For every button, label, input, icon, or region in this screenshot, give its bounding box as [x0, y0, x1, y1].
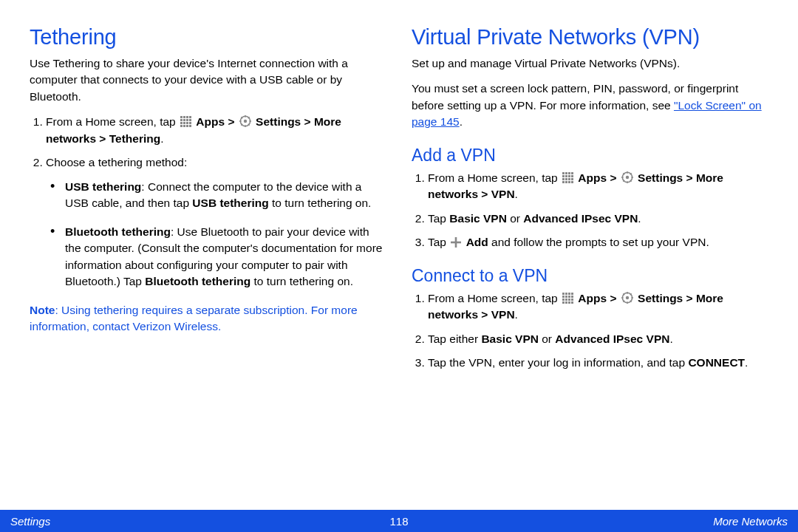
footer-left: Settings: [0, 515, 369, 528]
add-vpn-step-3: Tap Add and follow the prompts to set up…: [428, 234, 768, 250]
step-text: From a Home screen, tap: [428, 171, 561, 184]
usb-action: USB tethering: [192, 197, 268, 209]
svg-rect-38: [562, 181, 565, 183]
svg-rect-36: [568, 178, 570, 180]
svg-rect-62: [562, 299, 565, 301]
svg-rect-33: [571, 175, 573, 177]
tethering-note: Note: Using tethering requires a separat…: [30, 302, 386, 335]
connect-label: CONNECT: [688, 356, 745, 369]
connect-vpn-steps: From a Home screen, tap Apps > Settings …: [412, 290, 768, 372]
apps-icon: [562, 172, 573, 183]
t: Tap the VPN, enter your log in informati…: [428, 356, 688, 369]
svg-rect-13: [183, 125, 185, 127]
svg-rect-31: [565, 175, 567, 177]
svg-rect-0: [180, 116, 183, 118]
apps-icon: [180, 116, 191, 127]
add-vpn-step-1: From a Home screen, tap Apps > Settings …: [428, 170, 768, 203]
connect-vpn-step-2: Tap either Basic VPN or Advanced IPsec V…: [428, 331, 768, 347]
period: .: [515, 308, 518, 321]
svg-rect-66: [562, 301, 565, 304]
svg-rect-26: [562, 172, 565, 174]
svg-rect-28: [568, 172, 570, 174]
svg-rect-40: [568, 181, 570, 183]
plus-icon: [451, 237, 461, 248]
tethering-heading: Tethering: [30, 25, 386, 50]
t: Tap: [428, 212, 449, 225]
svg-rect-35: [565, 178, 567, 180]
settings-label: Settings: [256, 115, 301, 128]
svg-rect-9: [183, 122, 185, 124]
svg-rect-15: [189, 125, 191, 127]
t: Tap either: [428, 332, 481, 345]
apps-label: Apps: [578, 171, 607, 184]
settings-label: Settings: [638, 292, 683, 304]
svg-point-43: [626, 176, 629, 179]
svg-rect-11: [189, 122, 191, 124]
sep: >: [686, 292, 696, 304]
svg-rect-29: [571, 172, 573, 174]
svg-rect-60: [568, 296, 570, 298]
svg-rect-7: [189, 119, 191, 121]
t: or: [539, 332, 555, 345]
add-vpn-heading: Add a VPN: [412, 146, 768, 166]
usb-tethering-item: USB tethering: Connect the computer to t…: [65, 179, 386, 212]
svg-rect-63: [565, 299, 567, 301]
sep: >: [610, 171, 619, 184]
bt-action: Bluetooth tethering: [145, 275, 250, 287]
svg-rect-32: [568, 175, 570, 177]
svg-rect-3: [189, 116, 191, 118]
tethering-methods: USB tethering: Connect the computer to t…: [46, 179, 386, 290]
tethering-intro: Use Tethering to share your device's Int…: [30, 55, 386, 105]
svg-rect-59: [565, 296, 567, 298]
page-footer: Settings 118 More Networks: [0, 510, 798, 532]
right-column: Virtual Private Networks (VPN) Set up an…: [412, 25, 768, 379]
tethering-step-1: From a Home screen, tap Apps >: [46, 114, 386, 147]
settings-label: Settings: [638, 171, 683, 184]
svg-rect-68: [568, 301, 570, 304]
step-text: Choose a tethering method:: [46, 156, 187, 168]
svg-rect-39: [565, 181, 567, 183]
svg-rect-65: [571, 299, 573, 301]
svg-rect-8: [180, 122, 183, 124]
svg-rect-5: [183, 119, 185, 121]
svg-rect-61: [571, 296, 573, 298]
gear-icon: [621, 171, 633, 183]
footer-page-number: 118: [369, 515, 429, 528]
note-body: : Using tethering requires a separate su…: [30, 304, 358, 332]
intro2-b: .: [460, 115, 463, 128]
svg-rect-10: [186, 122, 188, 124]
connect-vpn-heading: Connect to a VPN: [412, 266, 768, 286]
gear-icon: [239, 115, 251, 127]
svg-rect-58: [562, 296, 565, 298]
gear-icon: [621, 292, 633, 304]
usb-end: to turn tethering on.: [269, 197, 372, 209]
vpn-heading: Virtual Private Networks (VPN): [412, 25, 768, 50]
step-text: From a Home screen, tap: [46, 115, 179, 128]
sep: >: [304, 115, 314, 128]
bt-end: to turn tethering on.: [250, 275, 353, 287]
svg-rect-69: [571, 301, 573, 304]
vpn-intro-2: You must set a screen lock pattern, PIN,…: [412, 81, 768, 130]
t: .: [638, 212, 641, 225]
add-vpn-step-2: Tap Basic VPN or Advanced IPsec VPN.: [428, 211, 768, 227]
basic-vpn: Basic VPN: [481, 332, 539, 345]
note-label: Note: [30, 304, 55, 316]
svg-rect-27: [565, 172, 567, 174]
tethering-step-2: Choose a tethering method: USB tethering…: [46, 154, 386, 290]
advanced-ipsec-vpn: Advanced IPsec VPN: [555, 332, 669, 345]
t: Tap: [428, 236, 449, 248]
svg-rect-14: [186, 125, 188, 127]
apps-label: Apps: [196, 115, 225, 128]
svg-rect-1: [183, 116, 185, 118]
period: .: [515, 188, 518, 200]
vpn-intro-1: Set up and manage Virtual Private Networ…: [412, 55, 768, 72]
t: .: [669, 332, 672, 345]
svg-rect-56: [568, 293, 570, 295]
svg-rect-67: [565, 301, 567, 304]
svg-rect-30: [562, 175, 565, 177]
tethering-steps: From a Home screen, tap Apps >: [30, 114, 386, 290]
t: .: [745, 356, 748, 369]
svg-rect-57: [571, 293, 573, 295]
svg-point-17: [244, 120, 247, 123]
add-label: Add: [466, 236, 488, 248]
